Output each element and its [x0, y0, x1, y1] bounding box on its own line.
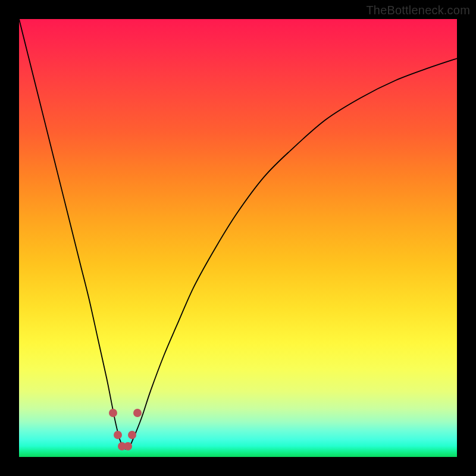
- data-marker: [133, 409, 142, 417]
- data-marker: [114, 431, 122, 439]
- chart-frame: TheBottleneck.com: [0, 0, 476, 476]
- data-marker: [124, 442, 132, 450]
- marker-layer: [19, 19, 457, 457]
- data-marker: [128, 431, 136, 439]
- plot-area: [19, 19, 457, 457]
- data-marker: [109, 409, 117, 417]
- attribution-text: TheBottleneck.com: [366, 4, 470, 17]
